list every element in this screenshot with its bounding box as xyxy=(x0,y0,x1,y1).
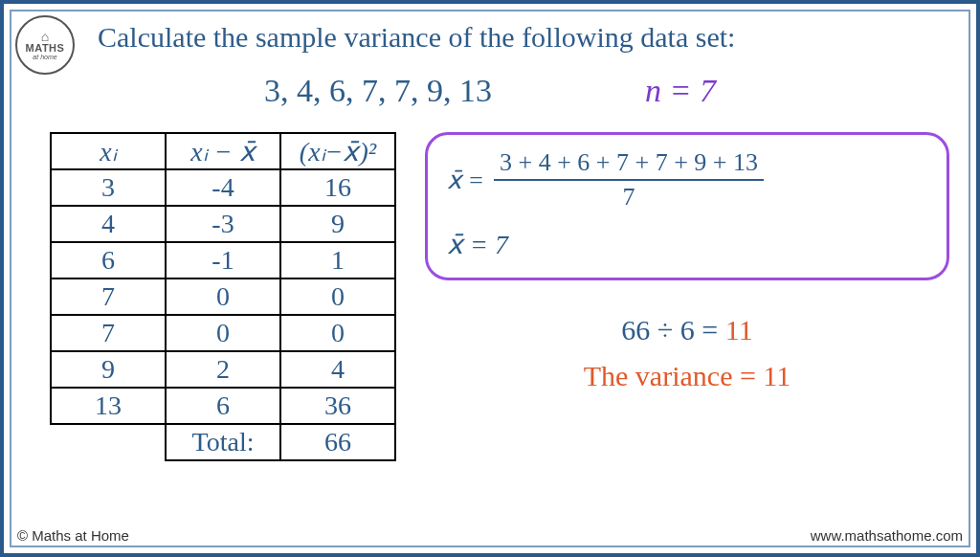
col-header-sq: (xᵢ−x̄)² xyxy=(280,133,395,169)
right-column: x̄ = 3 + 4 + 6 + 7 + 7 + 9 + 13 7 x̄ = 7… xyxy=(425,132,949,461)
result-block: 66 ÷ 6 = 11 The variance = 11 xyxy=(425,307,949,399)
division-result: 11 xyxy=(725,314,753,345)
mean-equation: x̄ = 3 + 4 + 6 + 7 + 7 + 9 + 13 7 xyxy=(447,148,927,212)
outer-border: ⌂ MATHS at home Calculate the sample var… xyxy=(0,0,980,557)
variance-table: xᵢ xᵢ − x̄ (xᵢ−x̄)² 3-416 4-39 6-11 700 … xyxy=(50,132,396,461)
footer-url: www.mathsathome.com xyxy=(811,527,963,544)
mean-result: x̄ = 7 xyxy=(447,229,927,260)
division-line: 66 ÷ 6 = 11 xyxy=(425,307,949,353)
logo-text-2: at home xyxy=(33,54,56,60)
table-row: 700 xyxy=(51,315,395,351)
table-row: 4-39 xyxy=(51,206,395,242)
total-value: 66 xyxy=(280,424,395,460)
table-row: 6-11 xyxy=(51,242,395,278)
col-header-xi: xᵢ xyxy=(51,133,166,169)
table-row: 700 xyxy=(51,278,395,315)
footer-copyright: © Maths at Home xyxy=(17,527,129,544)
inner-border: ⌂ MATHS at home Calculate the sample var… xyxy=(10,10,970,547)
page-title: Calculate the sample variance of the fol… xyxy=(98,21,949,54)
mean-box: x̄ = 3 + 4 + 6 + 7 + 7 + 9 + 13 7 x̄ = 7 xyxy=(425,132,949,280)
mean-lhs: x̄ = xyxy=(447,166,484,195)
data-row: 3, 4, 6, 7, 7, 9, 13 n = 7 xyxy=(31,73,949,109)
table-total-row: Total: 66 xyxy=(51,424,395,460)
logo: ⌂ MATHS at home xyxy=(15,15,75,75)
table-row: 3-416 xyxy=(51,169,395,206)
fraction-denominator: 7 xyxy=(623,181,635,212)
table-row: 13636 xyxy=(51,388,395,424)
variance-statement: The variance = 11 xyxy=(425,353,949,399)
logo-text-1: MATHS xyxy=(26,43,65,54)
total-label: Total: xyxy=(166,424,280,460)
col-header-diff: xᵢ − x̄ xyxy=(166,133,280,169)
fraction: 3 + 4 + 6 + 7 + 7 + 9 + 13 7 xyxy=(494,148,764,212)
main-content: xᵢ xᵢ − x̄ (xᵢ−x̄)² 3-416 4-39 6-11 700 … xyxy=(31,132,949,461)
table-row: 924 xyxy=(51,351,395,388)
n-value: n = 7 xyxy=(645,73,716,109)
logo-roof-icon: ⌂ xyxy=(41,30,49,43)
data-set: 3, 4, 6, 7, 7, 9, 13 xyxy=(264,73,492,109)
division-expr: 66 ÷ 6 = xyxy=(621,314,724,345)
fraction-numerator: 3 + 4 + 6 + 7 + 7 + 9 + 13 xyxy=(494,148,764,181)
